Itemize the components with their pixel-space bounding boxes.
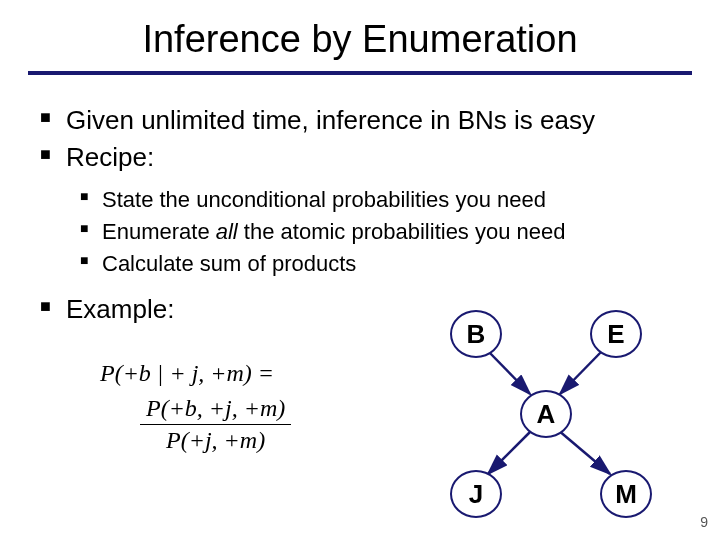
svg-line-2 (488, 430, 532, 474)
text-pre: Enumerate (102, 219, 216, 244)
svg-line-1 (560, 350, 603, 394)
text-post: the atomic probabilities you need (238, 219, 566, 244)
slide-title: Inference by Enumeration (0, 0, 720, 71)
svg-line-0 (487, 350, 530, 394)
bullet-recipe: Recipe: (40, 140, 680, 175)
node-m: M (600, 470, 652, 518)
node-a: A (520, 390, 572, 438)
bullet-state: State the unconditional probabilities yo… (80, 185, 680, 215)
node-b: B (450, 310, 502, 358)
bullet-list-level2: State the unconditional probabilities yo… (40, 185, 680, 278)
node-j: J (450, 470, 502, 518)
formula-denominator: P(+j, +m) (140, 424, 291, 454)
formula-lhs: P(+b | + j, +m) = (100, 360, 291, 387)
node-e: E (590, 310, 642, 358)
page-number: 9 (700, 514, 708, 530)
text-em: all (216, 219, 238, 244)
bullet-intro: Given unlimited time, inference in BNs i… (40, 103, 680, 138)
bullet-calculate: Calculate sum of products (80, 249, 680, 279)
formula-fraction: P(+b, +j, +m) P(+j, +m) (140, 395, 291, 454)
svg-line-3 (558, 430, 610, 474)
bayes-net-diagram: B E A J M (430, 310, 690, 530)
bullet-enumerate: Enumerate all the atomic probabilities y… (80, 217, 680, 247)
slide-content: Given unlimited time, inference in BNs i… (0, 75, 720, 327)
formula-numerator: P(+b, +j, +m) (140, 395, 291, 424)
formula: P(+b | + j, +m) = P(+b, +j, +m) P(+j, +m… (100, 360, 291, 454)
bullet-list-level1: Given unlimited time, inference in BNs i… (40, 103, 680, 175)
